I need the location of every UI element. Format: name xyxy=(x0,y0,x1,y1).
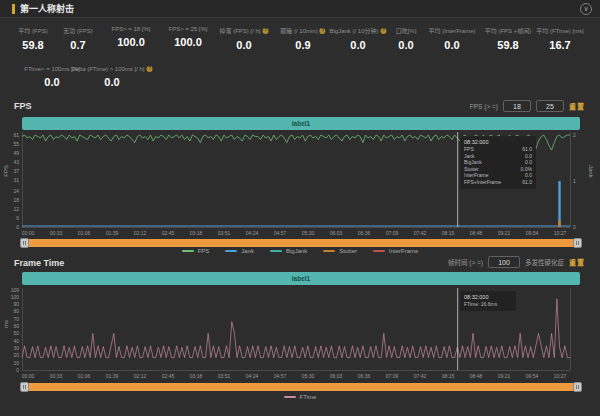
axis-tick-label: 03:18 xyxy=(190,373,203,379)
help-icon[interactable]: ? xyxy=(263,28,269,34)
stat-stutter: 口吃[%] 0.0 xyxy=(396,26,417,51)
axis-tick-label: 18 xyxy=(13,197,19,203)
axis-tick-label: 49 xyxy=(13,150,19,156)
axis-tick-label: 61 xyxy=(13,132,19,138)
fps-threshold-max-input[interactable] xyxy=(536,100,564,112)
fps-legend: FPS Jank BigJank Stutter InterFrame xyxy=(0,248,600,254)
axis-tick-label: 02:12 xyxy=(134,373,147,379)
fps-chart-banner: label1 xyxy=(22,117,580,130)
legend-item-bigjank[interactable]: BigJank xyxy=(270,248,307,254)
performance-dashboard: 第一人称射击 ∨ 平均 (FPS) 59.8 无功 (FPS) 0.7 FPS>… xyxy=(0,0,600,416)
stat-fps-ge-18: FPS> = 18 [%] 100.0 xyxy=(111,26,150,48)
axis-tick-label: 07:09 xyxy=(386,230,399,236)
axis-tick-label: 00:33 xyxy=(50,373,63,379)
ftime-y-axis-ticks: 1091009080706050403020100 xyxy=(4,288,19,370)
fps-filter-label: FPS (> =) xyxy=(470,103,498,110)
axis-tick-label: 0 xyxy=(16,367,19,373)
fps-tooltip-time: 08:32:000 xyxy=(464,139,532,145)
fps-x-axis-ticks: 00:0000:3301:0601:3902:1202:4503:1803:51… xyxy=(22,230,570,237)
fps-slider-left-handle[interactable] xyxy=(20,238,29,248)
stat-bigjank: BigJank (/ 10分钟)? 0.0 xyxy=(329,26,386,51)
fps-x-axis-line xyxy=(22,227,570,228)
axis-tick-label: 09:21 xyxy=(498,373,511,379)
help-icon[interactable]: ? xyxy=(146,66,152,72)
ftime-slider-right-handle[interactable] xyxy=(573,382,582,392)
stat-delta-ftime: Delta (FTime) > 100ms [/ h]? 0.0 xyxy=(72,66,153,88)
ftime-tooltip: 08:32:000 FTime: 16.6ms xyxy=(460,291,516,311)
ftime-section-title: Frame Time xyxy=(14,258,64,268)
axis-tick-label: 109 xyxy=(11,287,19,293)
stat-avg-interframe: 平均 (InterFrame) 0.0 xyxy=(428,26,475,51)
axis-tick-label: 50 xyxy=(13,330,19,336)
axis-tick-label: 55 xyxy=(13,141,19,147)
axis-tick-label: 04:57 xyxy=(274,230,287,236)
axis-tick-label: 31 xyxy=(13,177,19,183)
axis-tick-label: 04:24 xyxy=(246,373,259,379)
collapse-icon[interactable]: ∨ xyxy=(580,3,592,15)
legend-item-jank[interactable]: Jank xyxy=(225,248,254,254)
ftime-x-axis-ticks: 00:0000:3301:0601:3902:1202:4503:1803:51… xyxy=(22,373,570,380)
stat-fps-ge-25: FPS> = 25 [%] 100.0 xyxy=(168,26,207,48)
axis-tick-label: 07:42 xyxy=(414,373,427,379)
legend-item-interframe[interactable]: InterFrame xyxy=(373,248,418,254)
axis-tick-label: 02:45 xyxy=(162,230,175,236)
fps-section-title: FPS xyxy=(14,101,32,111)
stat-avg-fps-interframe: 平均 (FPS +帧间) 59.8 xyxy=(485,26,532,51)
axis-tick-label: 1 xyxy=(573,178,576,184)
stat-var-fps: 无功 (FPS) 0.7 xyxy=(63,26,92,51)
axis-tick-label: 80 xyxy=(13,308,19,314)
ftime-threshold-input[interactable] xyxy=(488,256,520,268)
legend-item-ftime[interactable]: FTime xyxy=(284,394,317,400)
axis-tick-label: 01:06 xyxy=(78,373,91,379)
axis-tick-label: 06:03 xyxy=(330,230,343,236)
axis-tick-label: 08:15 xyxy=(442,373,455,379)
axis-tick-label: 05:30 xyxy=(302,230,315,236)
ftime-filter-controls: 帧时间 (> =) 多发性硬化症 重置 xyxy=(448,256,585,268)
axis-tick-label: 37 xyxy=(13,168,19,174)
axis-tick-label: 2 xyxy=(573,132,576,138)
axis-tick-label: 43 xyxy=(13,159,19,165)
page-title: 第一人称射击 xyxy=(20,0,74,18)
ftime-tooltip-time: 08:32:000 xyxy=(464,294,512,300)
stat-drop-fps: 掉落 (FPS) [/ h]? 0.0 xyxy=(219,26,268,51)
axis-tick-label: 100 xyxy=(11,294,19,300)
ftime-reset-button[interactable]: 重置 xyxy=(569,257,585,267)
title-accent-bar xyxy=(12,4,15,14)
fps-tooltip: 08:32:000 FPS61.0 Jank0.0 BigJank0.0 Stu… xyxy=(460,136,536,189)
axis-tick-label: 03:51 xyxy=(218,230,231,236)
axis-tick-label: 09:21 xyxy=(498,230,511,236)
fps-threshold-min-input[interactable] xyxy=(503,100,531,112)
fps-datazoom-slider[interactable] xyxy=(22,239,580,247)
axis-tick-label: 01:06 xyxy=(78,230,91,236)
fps-y-axis-ticks: 61554943373124181260 xyxy=(4,132,19,227)
legend-item-stutter[interactable]: Stutter xyxy=(323,248,357,254)
ftime-unit-label: 多发性硬化症 xyxy=(525,257,564,267)
axis-tick-label: 07:42 xyxy=(414,230,427,236)
help-icon[interactable]: ? xyxy=(320,28,326,34)
axis-tick-label: 40 xyxy=(13,338,19,344)
help-icon[interactable]: ? xyxy=(381,28,387,34)
axis-tick-label: 00:00 xyxy=(22,230,35,236)
axis-tick-label: 08:48 xyxy=(470,230,483,236)
axis-tick-label: 0 xyxy=(573,224,576,230)
axis-tick-label: 90 xyxy=(13,301,19,307)
axis-tick-label: 08:15 xyxy=(442,230,455,236)
axis-tick-label: 03:18 xyxy=(190,230,203,236)
axis-tick-label: 04:57 xyxy=(274,373,287,379)
fps-reset-button[interactable]: 重置 xyxy=(569,101,585,111)
axis-tick-label: 07:09 xyxy=(386,373,399,379)
legend-item-fps[interactable]: FPS xyxy=(182,248,210,254)
axis-tick-label: 10 xyxy=(13,360,19,366)
axis-tick-label: 60 xyxy=(13,323,19,329)
axis-tick-label: 12 xyxy=(13,206,19,212)
axis-tick-label: 24 xyxy=(13,188,19,194)
fps-slider-right-handle[interactable] xyxy=(573,238,582,248)
fps-right-axis-line xyxy=(570,132,571,227)
axis-tick-label: 20 xyxy=(13,352,19,358)
stat-avg-fps: 平均 (FPS) 59.8 xyxy=(18,26,47,51)
ftime-x-axis-line xyxy=(22,370,570,371)
axis-tick-label: 6 xyxy=(16,215,19,221)
ftime-datazoom-slider[interactable] xyxy=(22,383,580,391)
ftime-slider-left-handle[interactable] xyxy=(20,382,29,392)
axis-tick-label: 04:24 xyxy=(246,230,259,236)
